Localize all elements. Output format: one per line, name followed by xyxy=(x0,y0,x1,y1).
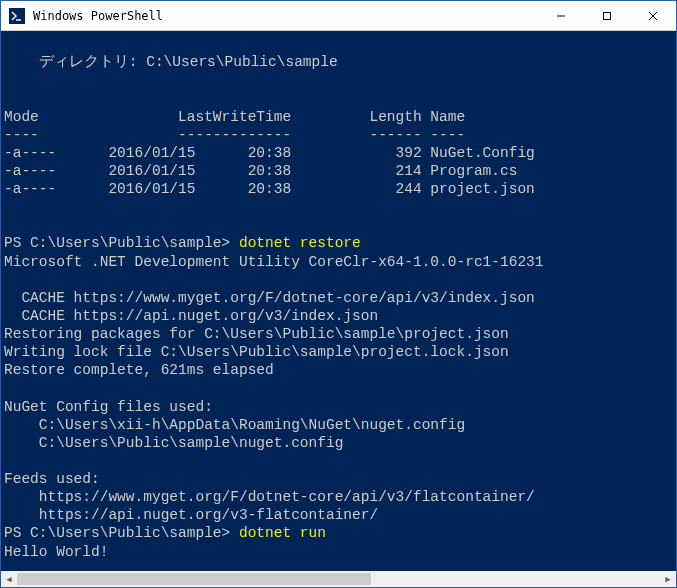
scroll-right-button[interactable]: ▶ xyxy=(660,571,676,587)
horizontal-scrollbar[interactable]: ◀ ▶ xyxy=(1,571,676,587)
titlebar[interactable]: Windows PowerShell xyxy=(1,1,676,31)
svg-rect-3 xyxy=(604,12,611,19)
window-title: Windows PowerShell xyxy=(31,9,538,23)
minimize-button[interactable] xyxy=(538,1,584,30)
console-output[interactable]: ディレクトリ: C:\Users\Public\sample Mode Last… xyxy=(1,31,676,571)
maximize-button[interactable] xyxy=(584,1,630,30)
svg-rect-0 xyxy=(9,8,25,24)
close-button[interactable] xyxy=(630,1,676,30)
scroll-left-button[interactable]: ◀ xyxy=(1,571,17,587)
scrollbar-track[interactable] xyxy=(17,571,660,587)
powershell-icon xyxy=(9,8,25,24)
scrollbar-thumb[interactable] xyxy=(17,573,371,585)
